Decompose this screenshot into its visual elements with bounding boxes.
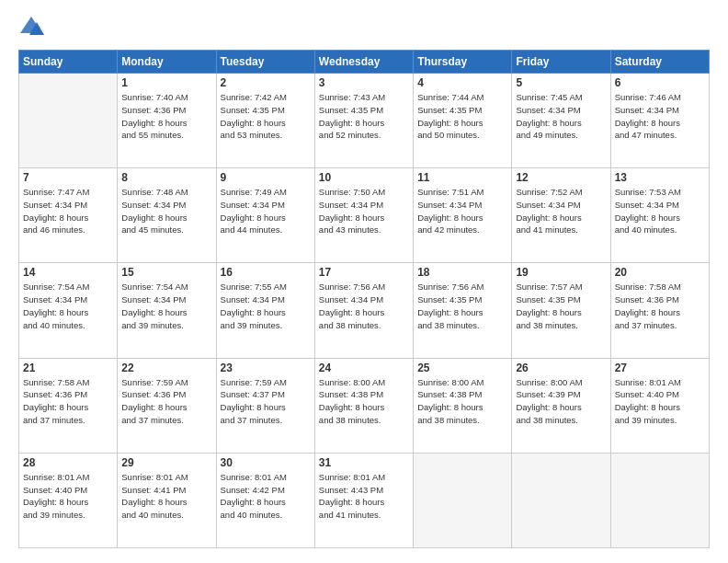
day-info: Sunrise: 7:45 AM Sunset: 4:34 PM Dayligh… <box>516 91 606 142</box>
calendar-cell: 29Sunrise: 8:01 AM Sunset: 4:41 PM Dayli… <box>118 453 216 547</box>
day-info: Sunrise: 7:50 AM Sunset: 4:34 PM Dayligh… <box>319 186 409 236</box>
calendar-week-row: 14Sunrise: 7:54 AM Sunset: 4:34 PM Dayli… <box>19 263 710 358</box>
calendar-cell: 8Sunrise: 7:48 AM Sunset: 4:34 PM Daylig… <box>118 168 216 263</box>
day-info: Sunrise: 7:58 AM Sunset: 4:36 PM Dayligh… <box>23 376 113 427</box>
day-number: 24 <box>319 362 409 374</box>
calendar-cell: 21Sunrise: 7:58 AM Sunset: 4:36 PM Dayli… <box>19 358 118 453</box>
day-number: 10 <box>319 171 409 184</box>
calendar-week-row: 28Sunrise: 8:01 AM Sunset: 4:40 PM Dayli… <box>19 453 710 547</box>
day-info: Sunrise: 8:00 AM Sunset: 4:39 PM Dayligh… <box>516 376 606 427</box>
header <box>18 15 710 40</box>
calendar-cell: 15Sunrise: 7:54 AM Sunset: 4:34 PM Dayli… <box>118 263 216 358</box>
day-number: 7 <box>23 171 113 184</box>
day-info: Sunrise: 8:01 AM Sunset: 4:42 PM Dayligh… <box>221 471 311 522</box>
day-number: 26 <box>516 362 606 374</box>
day-info: Sunrise: 7:56 AM Sunset: 4:35 PM Dayligh… <box>417 281 507 331</box>
calendar-cell: 24Sunrise: 8:00 AM Sunset: 4:38 PM Dayli… <box>314 358 413 453</box>
day-number: 14 <box>23 266 113 279</box>
day-number: 16 <box>221 266 311 279</box>
calendar-cell: 11Sunrise: 7:51 AM Sunset: 4:34 PM Dayli… <box>414 168 512 263</box>
day-info: Sunrise: 7:42 AM Sunset: 4:35 PM Dayligh… <box>221 91 311 142</box>
calendar-cell: 5Sunrise: 7:45 AM Sunset: 4:34 PM Daylig… <box>512 74 610 168</box>
day-info: Sunrise: 7:48 AM Sunset: 4:34 PM Dayligh… <box>121 186 211 236</box>
calendar-cell: 19Sunrise: 7:57 AM Sunset: 4:35 PM Dayli… <box>512 263 610 358</box>
day-number: 15 <box>121 266 211 279</box>
calendar-cell: 2Sunrise: 7:42 AM Sunset: 4:35 PM Daylig… <box>216 74 314 168</box>
day-info: Sunrise: 7:43 AM Sunset: 4:35 PM Dayligh… <box>319 91 409 142</box>
calendar-day-header: Tuesday <box>216 51 314 74</box>
calendar-cell: 12Sunrise: 7:52 AM Sunset: 4:34 PM Dayli… <box>512 168 610 263</box>
day-info: Sunrise: 7:51 AM Sunset: 4:34 PM Dayligh… <box>417 186 507 236</box>
calendar-cell <box>414 453 512 547</box>
day-number: 12 <box>516 171 606 184</box>
day-number: 30 <box>221 456 311 469</box>
calendar-day-header: Thursday <box>414 51 512 74</box>
calendar-cell <box>512 453 610 547</box>
calendar-cell <box>19 74 118 168</box>
day-info: Sunrise: 8:01 AM Sunset: 4:40 PM Dayligh… <box>23 471 113 522</box>
calendar-week-row: 7Sunrise: 7:47 AM Sunset: 4:34 PM Daylig… <box>19 168 710 263</box>
day-number: 8 <box>121 171 211 184</box>
day-number: 9 <box>221 171 311 184</box>
day-info: Sunrise: 7:57 AM Sunset: 4:35 PM Dayligh… <box>516 281 606 331</box>
calendar-week-row: 21Sunrise: 7:58 AM Sunset: 4:36 PM Dayli… <box>19 358 710 453</box>
day-number: 27 <box>615 362 705 374</box>
calendar-cell: 9Sunrise: 7:49 AM Sunset: 4:34 PM Daylig… <box>216 168 314 263</box>
day-info: Sunrise: 7:59 AM Sunset: 4:36 PM Dayligh… <box>121 376 211 427</box>
day-number: 17 <box>319 266 409 279</box>
calendar-cell: 30Sunrise: 8:01 AM Sunset: 4:42 PM Dayli… <box>216 453 314 547</box>
day-number: 5 <box>516 76 606 89</box>
calendar-cell: 14Sunrise: 7:54 AM Sunset: 4:34 PM Dayli… <box>19 263 118 358</box>
day-number: 31 <box>319 456 409 469</box>
calendar-cell: 22Sunrise: 7:59 AM Sunset: 4:36 PM Dayli… <box>118 358 216 453</box>
logo-icon <box>18 15 44 40</box>
calendar-cell: 6Sunrise: 7:46 AM Sunset: 4:34 PM Daylig… <box>610 74 709 168</box>
day-info: Sunrise: 7:40 AM Sunset: 4:36 PM Dayligh… <box>121 91 211 142</box>
day-info: Sunrise: 8:00 AM Sunset: 4:38 PM Dayligh… <box>319 376 409 427</box>
day-number: 25 <box>417 362 507 374</box>
calendar-cell: 16Sunrise: 7:55 AM Sunset: 4:34 PM Dayli… <box>216 263 314 358</box>
calendar-cell: 27Sunrise: 8:01 AM Sunset: 4:40 PM Dayli… <box>610 358 709 453</box>
calendar-cell: 3Sunrise: 7:43 AM Sunset: 4:35 PM Daylig… <box>314 74 413 168</box>
calendar-cell: 20Sunrise: 7:58 AM Sunset: 4:36 PM Dayli… <box>610 263 709 358</box>
day-info: Sunrise: 7:46 AM Sunset: 4:34 PM Dayligh… <box>615 91 705 142</box>
day-number: 1 <box>121 76 211 89</box>
day-number: 4 <box>417 76 507 89</box>
calendar-day-header: Sunday <box>19 51 118 74</box>
day-info: Sunrise: 7:55 AM Sunset: 4:34 PM Dayligh… <box>221 281 311 331</box>
day-info: Sunrise: 7:54 AM Sunset: 4:34 PM Dayligh… <box>121 281 211 331</box>
calendar-cell: 7Sunrise: 7:47 AM Sunset: 4:34 PM Daylig… <box>19 168 118 263</box>
day-info: Sunrise: 8:01 AM Sunset: 4:41 PM Dayligh… <box>121 471 211 522</box>
calendar-day-header: Monday <box>118 51 216 74</box>
calendar-cell: 23Sunrise: 7:59 AM Sunset: 4:37 PM Dayli… <box>216 358 314 453</box>
day-info: Sunrise: 7:58 AM Sunset: 4:36 PM Dayligh… <box>615 281 705 331</box>
calendar-cell: 26Sunrise: 8:00 AM Sunset: 4:39 PM Dayli… <box>512 358 610 453</box>
day-number: 19 <box>516 266 606 279</box>
day-info: Sunrise: 8:01 AM Sunset: 4:40 PM Dayligh… <box>615 376 705 427</box>
calendar-day-header: Saturday <box>610 51 709 74</box>
day-info: Sunrise: 7:49 AM Sunset: 4:34 PM Dayligh… <box>221 186 311 236</box>
day-number: 11 <box>417 171 507 184</box>
day-info: Sunrise: 8:01 AM Sunset: 4:43 PM Dayligh… <box>319 471 409 522</box>
day-info: Sunrise: 7:52 AM Sunset: 4:34 PM Dayligh… <box>516 186 606 236</box>
day-info: Sunrise: 7:47 AM Sunset: 4:34 PM Dayligh… <box>23 186 113 236</box>
calendar-cell: 10Sunrise: 7:50 AM Sunset: 4:34 PM Dayli… <box>314 168 413 263</box>
day-number: 3 <box>319 76 409 89</box>
day-number: 18 <box>417 266 507 279</box>
calendar-cell <box>610 453 709 547</box>
day-number: 29 <box>121 456 211 469</box>
day-number: 28 <box>23 456 113 469</box>
calendar-cell: 25Sunrise: 8:00 AM Sunset: 4:38 PM Dayli… <box>414 358 512 453</box>
calendar-day-header: Wednesday <box>314 51 413 74</box>
day-number: 22 <box>121 362 211 374</box>
calendar-cell: 1Sunrise: 7:40 AM Sunset: 4:36 PM Daylig… <box>118 74 216 168</box>
day-number: 20 <box>615 266 705 279</box>
calendar-week-row: 1Sunrise: 7:40 AM Sunset: 4:36 PM Daylig… <box>19 74 710 168</box>
calendar-header-row: SundayMondayTuesdayWednesdayThursdayFrid… <box>19 51 710 74</box>
calendar-day-header: Friday <box>512 51 610 74</box>
day-info: Sunrise: 7:44 AM Sunset: 4:35 PM Dayligh… <box>417 91 507 142</box>
logo <box>18 15 48 40</box>
day-number: 13 <box>615 171 705 184</box>
calendar-cell: 18Sunrise: 7:56 AM Sunset: 4:35 PM Dayli… <box>414 263 512 358</box>
day-number: 21 <box>23 362 113 374</box>
